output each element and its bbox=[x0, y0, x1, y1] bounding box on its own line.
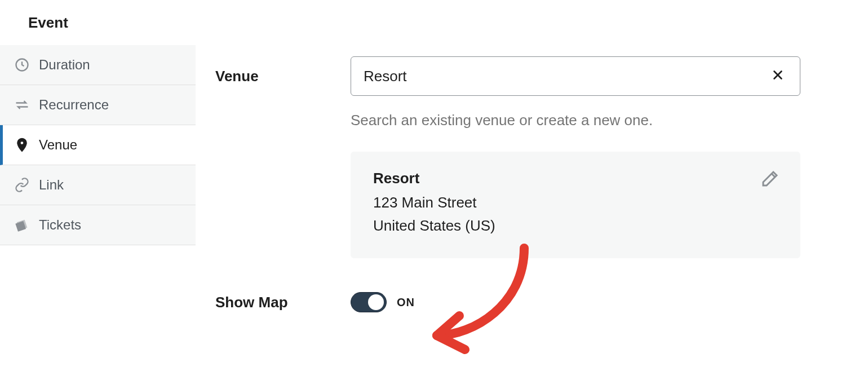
venue-search-input[interactable] bbox=[364, 68, 768, 85]
main-panel: Venue Search an existing venue or create… bbox=[196, 0, 868, 371]
sidebar: Event Duration Recurrence Venue Link bbox=[0, 0, 196, 371]
toggle-state-label: ON bbox=[397, 296, 415, 309]
repeat-icon bbox=[14, 97, 30, 113]
ticket-icon bbox=[14, 217, 30, 233]
sidebar-item-label: Duration bbox=[39, 57, 90, 73]
venue-result-card: Resort 123 Main Street United States (US… bbox=[351, 152, 800, 258]
venue-input-wrap bbox=[351, 56, 800, 96]
close-icon bbox=[772, 69, 784, 83]
toggle-knob bbox=[368, 294, 384, 310]
clear-button[interactable] bbox=[768, 65, 787, 87]
pencil-icon bbox=[760, 181, 780, 191]
showmap-field-label: Show Map bbox=[215, 294, 351, 311]
pin-icon bbox=[14, 137, 30, 153]
venue-help-text: Search an existing venue or create a new… bbox=[351, 112, 800, 129]
venue-card-name: Resort bbox=[373, 170, 778, 187]
sidebar-item-label: Venue bbox=[39, 137, 77, 153]
venue-card-country: United States (US) bbox=[373, 217, 778, 235]
sidebar-item-duration[interactable]: Duration bbox=[0, 45, 196, 85]
link-icon bbox=[14, 177, 30, 193]
sidebar-item-venue[interactable]: Venue bbox=[0, 125, 196, 165]
sidebar-item-label: Link bbox=[39, 177, 64, 193]
sidebar-item-recurrence[interactable]: Recurrence bbox=[0, 85, 196, 125]
clock-icon bbox=[14, 57, 30, 73]
sidebar-item-tickets[interactable]: Tickets bbox=[0, 205, 196, 245]
edit-venue-button[interactable] bbox=[760, 169, 780, 191]
sidebar-item-label: Tickets bbox=[39, 217, 81, 233]
venue-card-address: 123 Main Street bbox=[373, 194, 778, 211]
sidebar-item-link[interactable]: Link bbox=[0, 165, 196, 205]
sidebar-item-label: Recurrence bbox=[39, 97, 109, 113]
section-title: Event bbox=[0, 0, 196, 45]
venue-field-label: Venue bbox=[215, 56, 351, 258]
showmap-toggle[interactable] bbox=[351, 292, 387, 312]
